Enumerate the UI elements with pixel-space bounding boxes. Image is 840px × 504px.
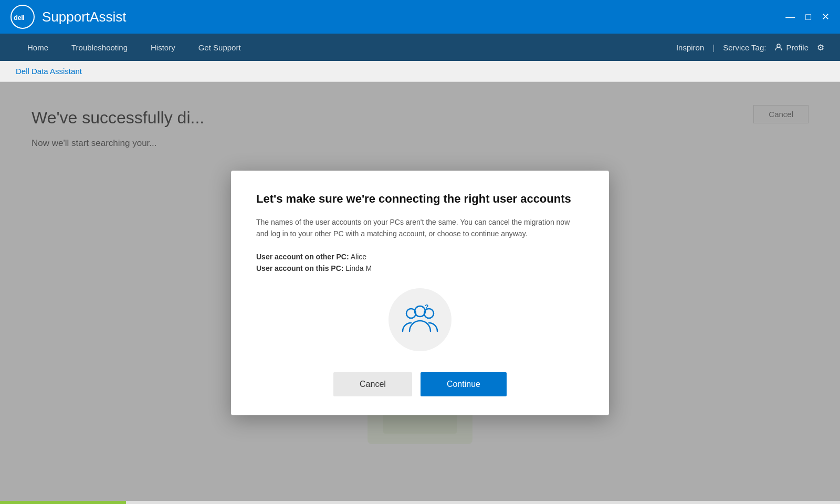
dialog: Let's make sure we're connecting the rig… [231,171,609,415]
modal-overlay: Let's make sure we're connecting the rig… [0,82,840,504]
nav-item-troubleshooting[interactable]: Troubleshooting [60,34,139,61]
nav-right: Inspiron | Service Tag: Profile ⚙ [676,43,824,52]
nav-item-history[interactable]: History [139,34,187,61]
profile-label: Profile [786,43,808,52]
users-icon: ? [402,304,438,335]
bottom-progress-bar [0,501,840,504]
app-title: SupportAssist [42,9,126,25]
title-bar-controls: — □ ✕ [785,12,830,22]
device-name: Inspiron [676,43,704,52]
user-account-this-row: User account on this PC: Linda M [256,264,584,272]
title-bar-left: dell SupportAssist [10,5,126,29]
title-bar: dell SupportAssist — □ ✕ [0,0,840,34]
users-icon-circle: ? [388,288,452,351]
user-account-this-label: User account on this PC: [256,264,343,272]
dialog-description: The names of the user accounts on your P… [256,216,584,240]
settings-icon[interactable]: ⚙ [817,43,824,52]
service-tag-label: Service Tag: [723,43,766,52]
dialog-cancel-button[interactable]: Cancel [333,372,412,396]
svg-text:dell: dell [14,14,24,22]
dialog-icon-area: ? [256,288,584,351]
svg-point-1 [777,44,780,47]
svg-point-6 [415,306,425,317]
profile-icon [774,43,783,51]
dialog-title: Let's make sure we're connecting the rig… [256,192,584,207]
close-button[interactable]: ✕ [822,12,830,22]
main-content: We've successfully di... Now we'll start… [0,82,840,504]
minimize-button[interactable]: — [785,12,795,22]
sub-nav: Dell Data Assistant [0,61,840,82]
profile-button[interactable]: Profile [774,43,808,52]
nav-bar: Home Troubleshooting History Get Support… [0,34,840,61]
dialog-accounts: User account on other PC: Alice User acc… [256,253,584,272]
dell-logo: dell [10,5,35,29]
user-account-other-row: User account on other PC: Alice [256,253,584,261]
dialog-continue-button[interactable]: Continue [421,372,507,396]
nav-left: Home Troubleshooting History Get Support [16,34,253,61]
user-account-this-value: Linda M [345,264,372,272]
user-account-other-value: Alice [351,253,366,261]
sub-nav-title: Dell Data Assistant [16,67,82,76]
nav-item-get-support[interactable]: Get Support [187,34,253,61]
maximize-button[interactable]: □ [805,12,811,22]
user-account-other-label: User account on other PC: [256,253,349,261]
dialog-buttons: Cancel Continue [256,372,584,396]
svg-text:?: ? [425,304,428,311]
nav-item-home[interactable]: Home [16,34,60,61]
nav-divider: | [712,43,715,52]
